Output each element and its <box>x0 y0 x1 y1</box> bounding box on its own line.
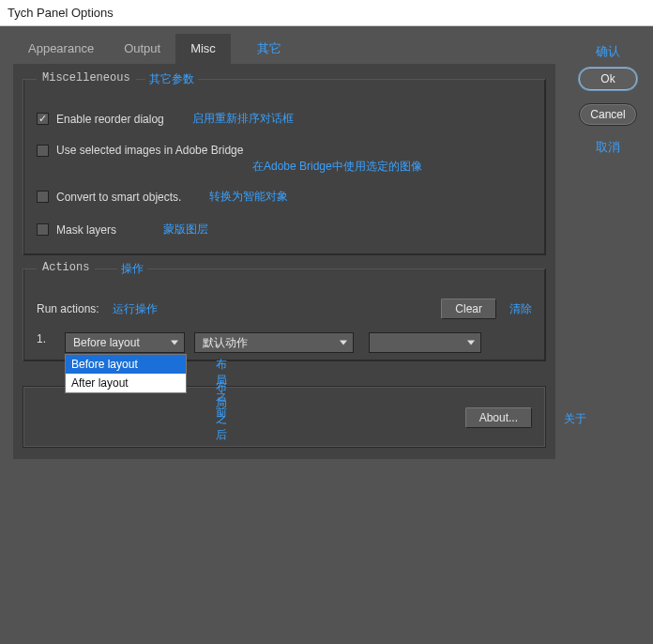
about-panel: About... 关于 <box>23 386 546 448</box>
layout-timing-dropdown: Before layout After layout 布局之前 布局之后 <box>65 354 187 393</box>
window-titlebar: Tych Panel Options <box>0 0 653 26</box>
actions-legend-annotation: 操作 <box>117 261 147 277</box>
actions-legend: Actions <box>37 261 95 274</box>
clear-button[interactable]: Clear <box>441 299 496 319</box>
chevron-down-icon <box>467 341 475 345</box>
layout-option-before[interactable]: Before layout <box>66 355 186 374</box>
smart-checkbox[interactable] <box>37 191 49 203</box>
chevron-down-icon <box>171 341 178 345</box>
mask-checkbox[interactable] <box>37 223 49 236</box>
ok-annotation: 确认 <box>574 43 642 60</box>
mask-label: Mask layers <box>56 223 116 237</box>
layout-timing-value: Before layout <box>73 336 140 349</box>
misc-fieldset: Miscelleneous 其它参数 Enable reorder dialog… <box>23 79 546 255</box>
layout-timing-select[interactable]: Before layout Before layout After layout… <box>65 332 185 353</box>
layout-option-after-annotation: 布局之后 <box>216 379 227 443</box>
bridge-label: Use selected images in Adobe Bridge <box>56 144 243 157</box>
bridge-checkbox[interactable] <box>37 145 49 157</box>
run-actions-annotation: 运行操作 <box>113 301 158 317</box>
misc-legend: Miscelleneous <box>37 71 136 84</box>
misc-legend-annotation: 其它参数 <box>145 71 198 87</box>
reorder-checkbox[interactable] <box>37 113 49 125</box>
cancel-button[interactable]: Cancel <box>579 103 637 126</box>
ok-button[interactable]: Ok <box>579 68 637 90</box>
actions-fieldset: Actions 操作 Run actions: 运行操作 Clear 清除 1.… <box>23 268 546 361</box>
smart-label: Convert to smart objects. <box>56 191 181 204</box>
bridge-annotation: 在Adobe Bridge中使用选定的图像 <box>252 159 422 175</box>
action-set-value: 默认动作 <box>203 335 248 351</box>
about-button[interactable]: About... <box>465 407 532 428</box>
clear-annotation: 清除 <box>509 301 532 317</box>
action-set-select[interactable]: 默认动作 <box>194 332 354 353</box>
tab-bar: Appearance Output Misc 其它 <box>13 34 555 64</box>
tab-misc[interactable]: Misc <box>175 34 231 64</box>
cancel-annotation: 取消 <box>574 139 642 156</box>
reorder-label: Enable reorder dialog <box>56 113 164 126</box>
smart-annotation: 转换为智能对象 <box>209 189 288 205</box>
about-annotation: 关于 <box>564 411 586 427</box>
action-select[interactable] <box>369 332 481 353</box>
action-row-index: 1. <box>37 332 55 345</box>
reorder-annotation: 启用重新排序对话框 <box>192 111 294 127</box>
tab-appearance[interactable]: Appearance <box>13 34 109 64</box>
chevron-down-icon <box>340 341 347 345</box>
run-actions-label: Run actions: <box>37 302 99 315</box>
tab-output[interactable]: Output <box>109 34 175 64</box>
mask-annotation: 蒙版图层 <box>163 222 208 238</box>
layout-option-after[interactable]: After layout <box>66 374 186 392</box>
tab-misc-annotation: 其它 <box>257 34 281 64</box>
window-title: Tych Panel Options <box>8 6 114 20</box>
